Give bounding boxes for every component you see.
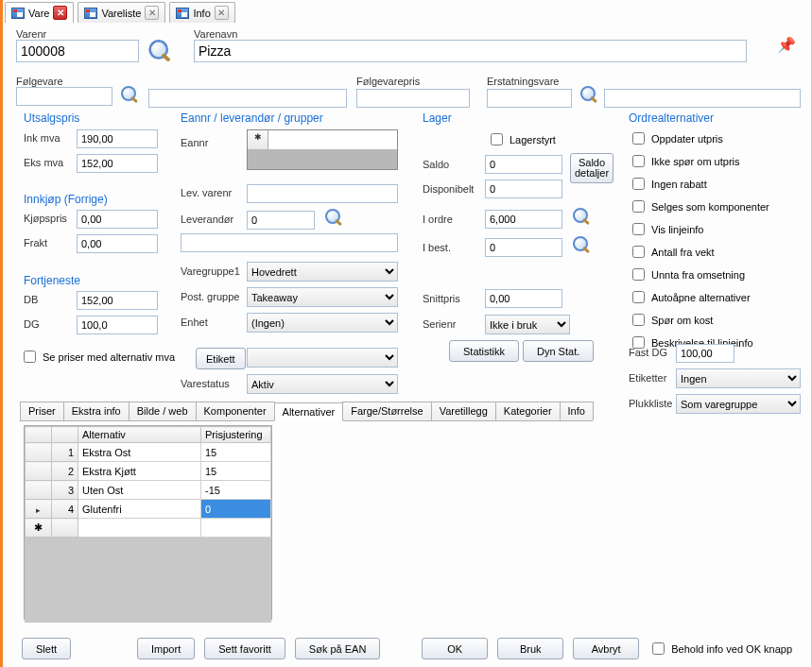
ok-button[interactable]: OK [422, 638, 488, 659]
subtab-alternativer[interactable]: Alternativer [274, 402, 344, 421]
import-button[interactable]: Import [137, 638, 195, 659]
db-label: DB [24, 294, 38, 305]
saldo-detaljer-button[interactable]: Saldo detaljer [570, 153, 613, 183]
lev-varenr-label: Lev. varenr [181, 187, 232, 198]
alternativer-table[interactable]: Alternativ Prisjustering 1Ekstra Ost152E… [24, 425, 272, 620]
ibest-input[interactable] [485, 238, 562, 257]
erstatningsvare-input[interactable] [487, 89, 572, 108]
search-icon[interactable] [570, 207, 593, 228]
search-icon[interactable] [322, 208, 345, 229]
eks-mva-label: Eks mva [24, 157, 63, 168]
table-row[interactable]: 2Ekstra Kjøtt15 [26, 462, 271, 481]
saldo-label: Saldo [423, 159, 449, 170]
pushpin-icon[interactable]: 📌 [777, 36, 794, 53]
leverandor-input[interactable] [247, 211, 315, 230]
iordre-input[interactable] [485, 210, 562, 229]
etikett-select[interactable] [247, 348, 398, 368]
varestatus-select[interactable]: Aktiv [247, 374, 398, 394]
disponibelt-input [485, 180, 562, 198]
col-prisjustering[interactable]: Prisjustering [201, 427, 271, 443]
fortjeneste-title: Fortjeneste [24, 274, 80, 287]
varenavn-input[interactable] [194, 40, 747, 62]
table-new-row[interactable]: ✱ [26, 519, 271, 538]
fast-dg-input[interactable] [676, 344, 734, 363]
folgevare-name-input[interactable] [148, 89, 347, 108]
slett-button[interactable]: Slett [22, 638, 71, 659]
form-icon [176, 8, 189, 19]
varegruppe1-label: Varegruppe1 [181, 265, 240, 277]
lagerstyrt-check-input[interactable] [491, 133, 503, 145]
search-icon[interactable] [570, 235, 593, 256]
etiketter-select[interactable]: Ingen [676, 368, 801, 388]
opt-vis-linjeinfo[interactable]: Vis linjeinfo [629, 220, 769, 238]
folgevarepris-input[interactable] [356, 89, 470, 108]
subtab-varetillegg[interactable]: Varetillegg [431, 402, 496, 420]
sok-pa-ean-button[interactable]: Søk på EAN [295, 638, 381, 659]
close-icon[interactable]: ✕ [215, 6, 229, 20]
lev-varenr-input[interactable] [247, 184, 398, 203]
col-alternativ[interactable]: Alternativ [78, 427, 201, 443]
sett-favoritt-button[interactable]: Sett favoritt [204, 638, 285, 659]
iordre-label: I ordre [423, 214, 453, 225]
avbryt-button[interactable]: Avbryt [573, 638, 639, 659]
tab-vare[interactable]: Vare ✕ [5, 2, 74, 23]
erstatningsvare-name-input[interactable] [604, 89, 801, 108]
leverandor-name-input[interactable] [181, 233, 398, 252]
close-icon[interactable]: ✕ [145, 6, 159, 20]
alt-mva-check-input[interactable] [24, 351, 36, 363]
frakt-input[interactable] [77, 234, 158, 253]
folgevare-input[interactable] [16, 87, 112, 106]
kjopspris-input[interactable] [77, 210, 158, 229]
subtab-komponenter[interactable]: Komponenter [196, 402, 275, 420]
dg-input[interactable] [77, 316, 158, 334]
enhet-select[interactable]: (Ingen) [247, 313, 398, 333]
close-icon[interactable]: ✕ [53, 6, 67, 20]
eks-mva-input[interactable] [77, 154, 158, 173]
search-icon[interactable] [145, 39, 174, 66]
ordrealt-title: Ordrealternativer [629, 111, 714, 125]
ink-mva-input[interactable] [77, 129, 158, 148]
etikett-button[interactable]: Etikett [196, 348, 246, 369]
dg-label: DG [24, 318, 40, 330]
table-row[interactable]: 4Glutenfri0 [26, 500, 271, 519]
saldo-input[interactable] [485, 155, 562, 174]
behold-info-checkbox[interactable]: Behold info ved OK knapp [648, 640, 792, 658]
fast-dg-label: Fast DG [629, 347, 667, 358]
subtab-kategorier[interactable]: Kategorier [495, 402, 561, 420]
opt-autoapne-alternativer[interactable]: Autoåpne alternativer [629, 288, 769, 306]
db-input[interactable] [77, 291, 158, 310]
table-row[interactable]: 1Ekstra Ost15 [26, 443, 271, 462]
search-icon[interactable] [118, 85, 141, 106]
tab-vareliste[interactable]: Vareliste ✕ [78, 2, 165, 23]
subtab-bilde-web[interactable]: Bilde / web [129, 402, 197, 420]
search-icon[interactable] [578, 85, 600, 106]
subtab-info[interactable]: Info [560, 402, 594, 420]
varegruppe1-select[interactable]: Hovedrett [247, 262, 398, 282]
varenr-input[interactable] [16, 40, 139, 62]
lagerstyrt-checkbox[interactable]: Lagerstyrt [487, 130, 556, 148]
alt-mva-checkbox[interactable]: Se priser med alternativ mva [20, 348, 175, 366]
eannr-grid[interactable] [247, 129, 398, 170]
opt-selges-komponenter[interactable]: Selges som komponenter [629, 197, 769, 215]
post-gruppe-select[interactable]: Takeaway [247, 287, 398, 307]
plukkliste-select[interactable]: Som varegruppe [676, 394, 801, 414]
ordrealt-options: Oppdater utpris Ikke spør om utpris Inge… [629, 129, 769, 351]
subtab-ekstra-info[interactable]: Ekstra info [63, 402, 130, 420]
tab-label: Vareliste [101, 8, 141, 19]
opt-oppdater-utpris[interactable]: Oppdater utpris [629, 129, 769, 147]
opt-unnta-omsetning[interactable]: Unnta fra omsetning [629, 265, 769, 283]
opt-spor-om-kost[interactable]: Spør om kost [629, 311, 769, 329]
opt-ikke-spor-utpris[interactable]: Ikke spør om utpris [629, 152, 769, 170]
form-icon [84, 8, 97, 19]
subtab-priser[interactable]: Priser [20, 402, 64, 420]
serienr-select[interactable]: Ikke i bruk [485, 315, 570, 334]
dyn-stat-button[interactable]: Dyn Stat. [523, 340, 594, 362]
enhet-label: Enhet [181, 316, 208, 328]
opt-ingen-rabatt[interactable]: Ingen rabatt [629, 175, 769, 193]
tab-info[interactable]: Info ✕ [169, 2, 234, 23]
bruk-button[interactable]: Bruk [497, 638, 563, 659]
statistikk-button[interactable]: Statistikk [449, 340, 519, 362]
table-row[interactable]: 3Uten Ost-15 [26, 481, 271, 500]
subtab-farge-storrelse[interactable]: Farge/Størrelse [342, 402, 431, 420]
opt-antall-fra-vekt[interactable]: Antall fra vekt [629, 243, 769, 261]
